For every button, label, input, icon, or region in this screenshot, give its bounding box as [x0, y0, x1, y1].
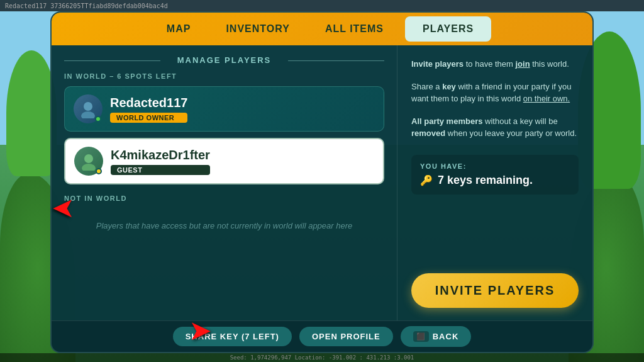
player-card-owner[interactable]: Redacted117 World Owner	[64, 86, 384, 132]
avatar-guest	[74, 147, 103, 176]
svg-point-2	[84, 154, 93, 163]
annotation-arrow-right: ➤	[189, 317, 212, 344]
key-icon: 🔑	[420, 174, 433, 186]
keys-label: YOU HAVE:	[420, 162, 570, 170]
empty-state-text: Players that have access but are not cur…	[64, 208, 384, 243]
in-world-label: IN WORLD – 6 SPOTS LEFT	[64, 72, 384, 80]
player-info-guest: K4mikazeDr1fter Guest	[111, 148, 210, 175]
left-panel: MANAGE PLAYERS IN WORLD – 6 SPOTS LEFT R…	[52, 45, 397, 320]
invite-players-button[interactable]: INVITE PLAYERS	[411, 273, 579, 308]
main-dialog: MAP INVENTORY ALL ITEMS PLAYERS MANAGE P…	[50, 11, 594, 353]
svg-point-1	[81, 111, 95, 118]
window-title: Redacted117 37366205TTfiabd89defdab004ba…	[5, 3, 168, 9]
svg-point-3	[82, 164, 96, 171]
player-card-guest[interactable]: K4mikazeDr1fter Guest	[64, 138, 384, 184]
keys-count: 🔑 7 keys remaining.	[420, 174, 570, 187]
online-indicator-guest	[96, 168, 102, 174]
bg-tree-left	[6, 50, 57, 176]
not-in-world-section: NOT IN WORLD Players that have access bu…	[64, 195, 384, 243]
bottom-bar: SHARE KEY (7 LEFT) OPEN PROFILE ⬛ BACK	[52, 320, 592, 352]
status-text: Seed: 1,974296,947 Location: -391.002 : …	[230, 354, 414, 361]
online-indicator-owner	[95, 116, 101, 122]
tab-all-items[interactable]: ALL ITEMS	[308, 13, 401, 45]
red-arrow-icon: ➤	[52, 194, 75, 222]
player-name-owner: Redacted117	[110, 96, 187, 110]
tab-map[interactable]: MAP	[149, 13, 209, 45]
top-navigation: MAP INVENTORY ALL ITEMS PLAYERS	[52, 13, 592, 45]
keys-count-text: 7 keys remaining.	[438, 174, 533, 187]
content-area: MANAGE PLAYERS IN WORLD – 6 SPOTS LEFT R…	[52, 45, 592, 320]
window-titlebar: Redacted117 37366205TTfiabd89defdab004ba…	[0, 0, 644, 11]
right-panel: Invite players to have them join this wo…	[397, 45, 592, 320]
tab-inventory[interactable]: INVENTORY	[208, 13, 307, 45]
annotation-arrow-left: ➤	[52, 194, 75, 222]
not-in-world-label: NOT IN WORLD	[64, 195, 384, 202]
status-bar: Seed: 1,974296,947 Location: -391.002 : …	[0, 353, 644, 362]
player-badge-owner: World Owner	[110, 113, 187, 123]
open-profile-button[interactable]: OPEN PROFILE	[299, 327, 393, 346]
info-text-invite: Invite players to have them join this wo…	[411, 58, 579, 71]
player-name-guest: K4mikazeDr1fter	[111, 148, 210, 162]
avatar-owner	[74, 94, 103, 123]
player-badge-guest: Guest	[111, 165, 210, 175]
back-icon: ⬛	[413, 331, 429, 342]
svg-point-0	[84, 102, 92, 111]
back-label: BACK	[433, 332, 459, 341]
player-info-owner: Redacted117 World Owner	[110, 96, 187, 123]
info-text-key: Share a key with a friend in your party …	[411, 81, 579, 105]
keys-section: YOU HAVE: 🔑 7 keys remaining.	[411, 155, 579, 195]
info-text-party: All party members without a key will be …	[411, 115, 579, 140]
tab-players[interactable]: PLAYERS	[405, 16, 491, 42]
back-button[interactable]: ⬛ BACK	[401, 326, 472, 347]
manage-players-title: MANAGE PLAYERS	[64, 55, 384, 65]
red-arrow-right-icon: ➤	[189, 317, 212, 344]
